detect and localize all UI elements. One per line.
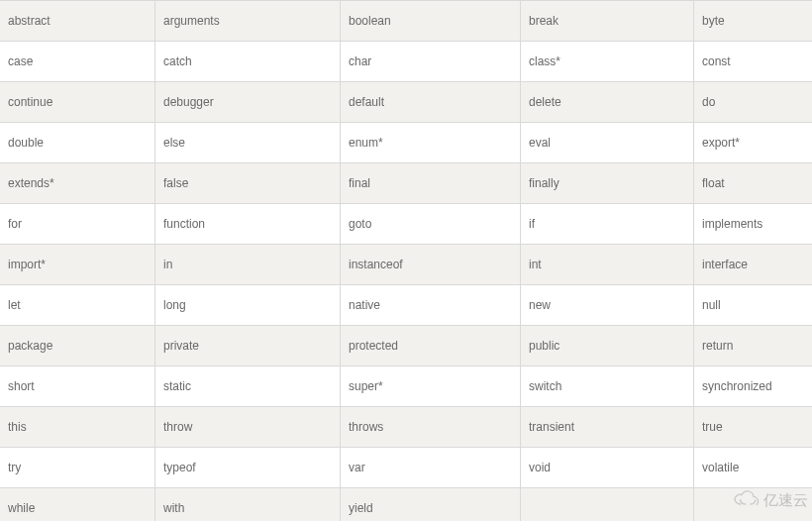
keyword-cell: catch [155,42,341,82]
keyword-cell: throws [341,407,521,448]
keyword-cell: volatile [694,448,813,488]
keyword-cell [694,488,813,522]
table-row: letlongnativenewnull [0,285,812,326]
table-row: forfunctiongotoifimplements [0,204,812,245]
keyword-cell: typeof [155,448,341,488]
keyword-cell: int [521,245,694,285]
keyword-cell: if [521,204,694,245]
keyword-cell: char [341,42,521,82]
keywords-table: abstractargumentsbooleanbreakbytecasecat… [0,0,812,521]
keyword-cell: case [0,42,155,82]
keyword-cell: with [155,488,341,522]
keyword-cell: export* [694,123,813,163]
keyword-cell: for [0,204,155,245]
keyword-cell: finally [521,163,694,204]
keyword-cell: class* [521,42,694,82]
keyword-cell: arguments [155,1,341,42]
keyword-cell: new [521,285,694,326]
keyword-cell: break [521,1,694,42]
keyword-cell: void [521,448,694,488]
keyword-cell: package [0,326,155,366]
keyword-cell: public [521,326,694,366]
keyword-cell: native [341,285,521,326]
table-row: shortstaticsuper*switchsynchronized [0,366,812,407]
keyword-cell: default [341,82,521,123]
keyword-cell: false [155,163,341,204]
keyword-cell: continue [0,82,155,123]
keyword-cell: import* [0,245,155,285]
keyword-cell: in [155,245,341,285]
keyword-cell: interface [694,245,813,285]
keyword-cell: abstract [0,1,155,42]
table-row: import*ininstanceofintinterface [0,245,812,285]
keyword-cell: byte [694,1,813,42]
table-row: abstractargumentsbooleanbreakbyte [0,1,812,42]
keyword-cell: return [694,326,813,366]
keyword-cell: private [155,326,341,366]
table-row: whilewithyield [0,488,812,522]
table-row: doubleelseenum*evalexport* [0,123,812,163]
keyword-cell: boolean [341,1,521,42]
table-row: extends*falsefinalfinallyfloat [0,163,812,204]
keyword-cell: final [341,163,521,204]
keyword-cell: var [341,448,521,488]
keyword-cell: super* [341,366,521,407]
keyword-cell: float [694,163,813,204]
keyword-cell: goto [341,204,521,245]
keyword-cell [521,488,694,522]
keyword-cell: throw [155,407,341,448]
keyword-cell: while [0,488,155,522]
table-row: packageprivateprotectedpublicreturn [0,326,812,366]
table-row: casecatchcharclass*const [0,42,812,82]
keyword-cell: implements [694,204,813,245]
keyword-cell: long [155,285,341,326]
keyword-cell: delete [521,82,694,123]
keyword-cell: const [694,42,813,82]
keyword-cell: static [155,366,341,407]
table-row: thisthrowthrowstransienttrue [0,407,812,448]
keyword-cell: synchronized [694,366,813,407]
table-row: trytypeofvarvoidvolatile [0,448,812,488]
keyword-cell: switch [521,366,694,407]
keyword-cell: try [0,448,155,488]
keyword-cell: true [694,407,813,448]
keyword-cell: eval [521,123,694,163]
keyword-cell: instanceof [341,245,521,285]
keyword-cell: yield [341,488,521,522]
keyword-cell: let [0,285,155,326]
keyword-cell: do [694,82,813,123]
keyword-cell: else [155,123,341,163]
keyword-cell: transient [521,407,694,448]
keyword-cell: double [0,123,155,163]
keyword-cell: debugger [155,82,341,123]
keyword-cell: extends* [0,163,155,204]
keyword-cell: protected [341,326,521,366]
keyword-cell: enum* [341,123,521,163]
keyword-cell: short [0,366,155,407]
keyword-cell: null [694,285,813,326]
keyword-cell: this [0,407,155,448]
keyword-cell: function [155,204,341,245]
table-row: continuedebuggerdefaultdeletedo [0,82,812,123]
